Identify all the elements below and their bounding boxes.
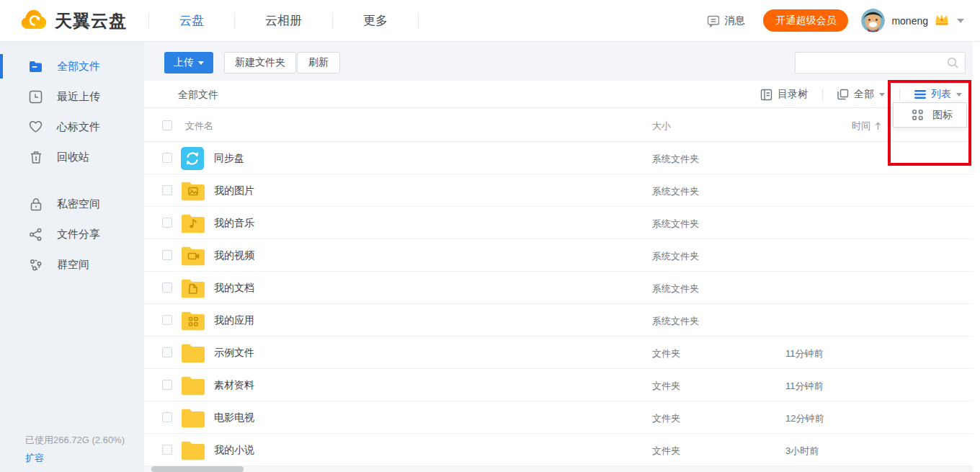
nav-tab-more[interactable]: 更多 (333, 12, 418, 29)
search-box (795, 52, 966, 74)
folder-video-icon (181, 244, 205, 267)
table-row[interactable]: 我的应用系统文件夹 (144, 304, 973, 337)
row-checkbox[interactable] (162, 412, 172, 422)
file-name[interactable]: 我的视频 (214, 249, 254, 262)
menu-item-icon-view[interactable]: 图标 (932, 109, 953, 122)
file-size: 文件夹 (652, 412, 680, 425)
horizontal-scrollbar[interactable] (144, 466, 973, 472)
table-row[interactable]: 我的文档系统文件夹 (144, 272, 973, 304)
filter-caret-icon (879, 93, 885, 97)
folder-icon (29, 60, 43, 74)
folder-music-icon (181, 212, 205, 234)
row-checkbox[interactable] (162, 347, 172, 357)
file-list: 同步盘系统文件夹我的图片系统文件夹我的音乐系统文件夹我的视频系统文件夹我的文档系… (144, 142, 973, 466)
horizontal-scrollbar-thumb[interactable] (151, 466, 244, 472)
directory-tree-icon (760, 89, 772, 101)
sync-icon (181, 147, 205, 169)
row-checkbox[interactable] (162, 218, 172, 228)
file-size: 系统文件夹 (652, 282, 699, 295)
top-navbar: 天翼云盘 云盘 云相册 更多 消息 开通超级会员 (0, 0, 980, 42)
file-name[interactable]: 我的小说 (214, 444, 254, 457)
row-checkbox[interactable] (162, 380, 172, 390)
sidebar-item-starred-files[interactable]: 心标文件 (0, 112, 144, 142)
upload-label: 上传 (174, 56, 194, 69)
column-header-time-label: 时间 (852, 120, 870, 133)
lock-icon (29, 197, 43, 211)
table-row[interactable]: 我的图片系统文件夹 (144, 174, 973, 207)
row-checkbox[interactable] (162, 153, 172, 163)
file-name[interactable]: 电影电视 (214, 411, 254, 424)
sidebar-item-label: 心标文件 (57, 120, 100, 134)
file-time: 11分钟前 (785, 347, 824, 360)
table-row[interactable]: 我的音乐系统文件夹 (144, 207, 973, 239)
upgrade-vip-button[interactable]: 开通超级会员 (763, 9, 848, 32)
table-row[interactable]: 我的小说文件夹3小时前 (144, 434, 973, 466)
sort-ascending-icon (875, 122, 881, 130)
filter-all-dropdown[interactable]: 全部 (837, 88, 885, 101)
column-header-name[interactable]: 文件名 (185, 120, 213, 133)
sidebar-item-recent-uploads[interactable]: 最近上传 (0, 81, 144, 112)
view-mode-dropdown[interactable]: 列表 (914, 88, 962, 101)
sidebar: 全部文件 最近上传 心标文件 回收站 (0, 42, 144, 472)
row-checkbox[interactable] (162, 315, 172, 325)
app-logo[interactable]: 天翼云盘 (19, 9, 127, 32)
expand-storage-link[interactable]: 扩容 (25, 452, 125, 465)
table-row[interactable]: 同步盘系统文件夹 (144, 142, 973, 174)
sidebar-item-recycle-bin[interactable]: 回收站 (0, 142, 144, 172)
message-icon (707, 14, 720, 27)
refresh-button[interactable]: 刷新 (297, 52, 340, 74)
column-header-time[interactable]: 时间 (852, 120, 881, 133)
nav-tab-cloud-drive[interactable]: 云盘 (149, 12, 234, 29)
file-size: 文件夹 (652, 380, 680, 393)
search-icon[interactable] (947, 57, 959, 72)
file-name[interactable]: 我的应用 (214, 314, 254, 327)
sidebar-menu: 全部文件 最近上传 心标文件 回收站 (0, 42, 144, 280)
nav-divider (418, 13, 419, 29)
table-row[interactable]: 素材资料文件夹11分钟前 (144, 369, 973, 401)
file-name[interactable]: 示例文件 (214, 347, 254, 360)
new-folder-button[interactable]: 新建文件夹 (224, 52, 296, 74)
sidebar-item-private-space[interactable]: 私密空间 (0, 189, 144, 219)
sidebar-item-all-files[interactable]: 全部文件 (0, 51, 144, 81)
recent-icon (29, 90, 43, 104)
row-checkbox[interactable] (162, 185, 172, 195)
column-header-size[interactable]: 大小 (652, 120, 671, 133)
nav-tab-cloud-album[interactable]: 云相册 (235, 12, 332, 29)
row-checkbox[interactable] (162, 250, 172, 260)
account-menu-caret-icon[interactable] (957, 19, 964, 23)
storage-usage-text: 已使用266.72G (2.60%) (25, 434, 125, 447)
cloud-drive-app: 天翼云盘 云盘 云相册 更多 消息 开通超级会员 (0, 0, 980, 472)
row-checkbox[interactable] (162, 282, 172, 293)
file-name[interactable]: 我的音乐 (214, 217, 254, 230)
table-row[interactable]: 电影电视文件夹12分钟前 (144, 401, 973, 434)
layers-icon (837, 89, 849, 100)
sidebar-item-label: 最近上传 (57, 90, 100, 104)
search-input[interactable] (801, 53, 942, 73)
breadcrumb[interactable]: 全部文件 (178, 89, 218, 102)
sidebar-group-gap (0, 172, 144, 189)
table-row[interactable]: 示例文件文件夹11分钟前 (144, 337, 973, 369)
file-name[interactable]: 我的图片 (214, 184, 254, 197)
header-right: 消息 开通超级会员 moneng (707, 9, 964, 32)
avatar[interactable] (861, 9, 885, 32)
filter-all-label: 全部 (854, 88, 874, 101)
sidebar-item-group-space[interactable]: 群空间 (0, 249, 144, 280)
directory-tree-button[interactable]: 目录树 (760, 88, 808, 101)
file-name[interactable]: 我的文档 (214, 282, 254, 295)
messages-button[interactable]: 消息 (707, 14, 744, 27)
username[interactable]: moneng (891, 15, 928, 27)
file-time: 3小时前 (785, 445, 819, 458)
view-mode-label: 列表 (931, 88, 951, 101)
file-name[interactable]: 素材资料 (214, 379, 254, 392)
cloud-logo-icon (19, 10, 49, 32)
upload-button[interactable]: 上传 (164, 52, 213, 74)
row-checkbox[interactable] (162, 445, 172, 455)
group-icon (29, 258, 43, 272)
sidebar-item-file-sharing[interactable]: 文件分享 (0, 219, 144, 249)
file-size: 系统文件夹 (652, 153, 699, 166)
trash-icon (29, 151, 43, 164)
action-bar: 上传 新建文件夹 刷新 (144, 42, 973, 81)
select-all-checkbox[interactable] (162, 120, 172, 130)
table-row[interactable]: 我的视频系统文件夹 (144, 239, 973, 272)
file-name[interactable]: 同步盘 (214, 152, 244, 165)
